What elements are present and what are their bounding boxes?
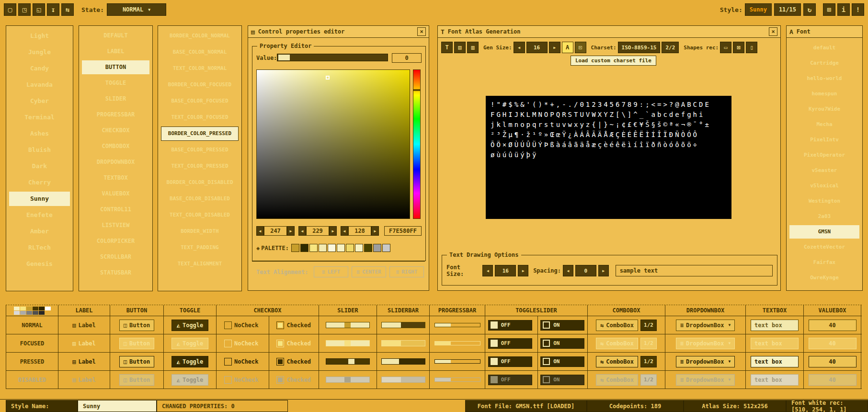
normal-combobox-counter[interactable]: 1/2 xyxy=(640,320,657,331)
control-item-combobox[interactable]: COMBOBOX xyxy=(82,139,149,153)
focused-toggle[interactable]: ◭Toggle xyxy=(171,338,209,349)
font-item-pixeloperator[interactable]: PixelOperator xyxy=(789,149,859,162)
disabled-checkbox-unchecked[interactable]: NoCheck xyxy=(217,371,266,389)
property-item-border_color_disabled[interactable]: BORDER_COLOR_DISABLED xyxy=(161,175,239,190)
file-open-button[interactable]: ◳ xyxy=(18,3,31,16)
disabled-button[interactable]: ◫Button xyxy=(119,374,155,386)
pressed-button[interactable]: ◫Button xyxy=(119,356,155,367)
shapes-cross-button[interactable]: ⊠ xyxy=(733,42,744,53)
control-item-toggle[interactable]: TOGGLE xyxy=(82,76,149,90)
property-item-text_color_disabled[interactable]: TEXT_COLOR_DISABLED xyxy=(161,208,239,222)
close-icon[interactable]: × xyxy=(769,27,777,36)
font-item-homespun[interactable]: homespun xyxy=(789,87,859,101)
property-item-text_color_focused[interactable]: TEXT_COLOR_FOCUSED xyxy=(161,110,239,125)
style-item-cyber[interactable]: Cyber xyxy=(9,94,70,108)
disabled-textbox[interactable]: text box xyxy=(751,374,799,386)
align-center-button[interactable]: ≡CENTER xyxy=(352,266,386,277)
font-file-button[interactable]: ▤ xyxy=(454,42,466,53)
pressed-toggleslider-on[interactable]: ON xyxy=(540,356,584,367)
blue-increment-button[interactable]: ▶ xyxy=(371,226,379,236)
style-item-dark[interactable]: Dark xyxy=(9,159,70,173)
focused-valuebox[interactable]: 40 xyxy=(809,338,857,349)
font-item-westington[interactable]: Westington xyxy=(789,195,859,208)
style-export-button[interactable]: ↧ xyxy=(47,3,59,16)
shapes-white-button[interactable]: ▯ xyxy=(746,42,757,53)
control-item-control11[interactable]: CONTROL11 xyxy=(82,203,149,217)
gen-size-value[interactable]: 16 xyxy=(526,42,548,53)
spacing-decrement-button[interactable]: ◀ xyxy=(563,265,573,276)
palette-swatch-1[interactable] xyxy=(300,244,308,252)
font-size-increment-button[interactable]: ▶ xyxy=(518,265,528,276)
style-item-sunny[interactable]: Sunny xyxy=(9,192,70,206)
font-item-owrekynge[interactable]: OwreKynge xyxy=(789,271,859,285)
pressed-toggleslider-off[interactable]: OFF xyxy=(488,356,532,367)
focused-checkbox-unchecked[interactable]: NoCheck xyxy=(217,334,266,352)
disabled-sliderbar[interactable] xyxy=(381,377,425,383)
normal-dropdownbox[interactable]: ≡DropdownBox▼ xyxy=(676,320,735,331)
value-slider-handle[interactable] xyxy=(278,55,290,60)
palette-swatch-6[interactable] xyxy=(346,244,354,252)
normal-toggleslider-on[interactable]: ON xyxy=(540,320,584,331)
color-picker-cursor[interactable] xyxy=(326,76,330,80)
style-item-light[interactable]: Light xyxy=(9,29,70,43)
disabled-toggleslider-on[interactable]: ON xyxy=(540,375,584,385)
font-item-v5loxical[interactable]: v5loxical xyxy=(789,179,859,193)
property-item-border_color_normal[interactable]: BORDER_COLOR_NORMAL xyxy=(161,29,239,43)
control-item-scrollbar[interactable]: SCROLLBAR xyxy=(82,250,149,264)
control-item-button[interactable]: BUTTON xyxy=(82,60,149,74)
disabled-combobox[interactable]: ⇆ComboBox xyxy=(596,374,638,386)
palette-swatch-0[interactable] xyxy=(291,244,299,252)
style-item-cherry[interactable]: Cherry xyxy=(9,175,70,190)
normal-slider[interactable] xyxy=(326,322,370,328)
normal-toggle[interactable]: ◭Toggle xyxy=(171,320,209,331)
control-item-dropdownbox[interactable]: DROPDOWNBOX xyxy=(82,155,149,169)
normal-sliderbar[interactable] xyxy=(381,322,425,328)
control-item-default[interactable]: DEFAULT xyxy=(82,29,149,43)
normal-checkbox-unchecked[interactable]: NoCheck xyxy=(217,316,266,334)
style-item-ashes[interactable]: Ashes xyxy=(9,126,70,141)
pressed-checkbox-checked[interactable]: Checked xyxy=(269,353,319,370)
align-left-button[interactable]: ≡LEFT xyxy=(314,266,348,277)
hex-color-value[interactable]: F7E580FF xyxy=(384,226,422,236)
control-item-checkbox[interactable]: CHECKBOX xyxy=(82,124,149,137)
about-button[interactable]: ! xyxy=(852,3,864,16)
spacing-increment-button[interactable]: ▶ xyxy=(598,265,609,276)
focused-button[interactable]: ◫Button xyxy=(119,338,155,349)
blue-value[interactable]: 128 xyxy=(348,226,371,236)
disabled-dropdownbox[interactable]: ≡DropdownBox▼ xyxy=(676,374,735,386)
control-item-colorpicker[interactable]: COLORPICKER xyxy=(82,234,149,248)
font-atlas-titlebar[interactable]: T Font Atlas Generation × xyxy=(438,26,780,38)
sample-text-input[interactable] xyxy=(616,265,773,276)
font-item-fairfax[interactable]: Fairfax xyxy=(789,256,859,269)
font-item-gmsn[interactable]: GMSN xyxy=(789,225,859,239)
value-slider[interactable] xyxy=(277,54,388,61)
normal-toggleslider-off[interactable]: OFF xyxy=(488,320,532,331)
hue-bar-cursor[interactable] xyxy=(413,89,420,91)
font-size-decrement-button[interactable]: ◀ xyxy=(482,265,493,276)
green-decrement-button[interactable]: ◀ xyxy=(298,226,306,236)
control-item-statusbar[interactable]: STATUSBAR xyxy=(82,266,149,280)
disabled-checkbox-checked[interactable]: Checked xyxy=(269,371,319,389)
normal-combobox[interactable]: ⇆ComboBox xyxy=(596,320,638,331)
red-increment-button[interactable]: ▶ xyxy=(287,226,295,236)
pressed-combobox-counter[interactable]: 1/2 xyxy=(640,356,657,367)
normal-textbox[interactable]: text box xyxy=(751,320,799,331)
load-charset-button[interactable]: A xyxy=(562,42,573,53)
focused-textbox[interactable]: text box xyxy=(751,338,799,349)
color-picker-area[interactable] xyxy=(256,69,410,219)
control-item-label[interactable]: LABEL xyxy=(82,45,149,58)
spacing-value[interactable]: 0 xyxy=(575,265,596,276)
property-item-border_color_pressed[interactable]: BORDER_COLOR_PRESSED xyxy=(161,126,239,141)
info-button[interactable]: i xyxy=(837,3,850,16)
charset-value[interactable]: ISO-8859-15 xyxy=(618,42,661,53)
font-size-value[interactable]: 16 xyxy=(495,265,516,276)
pressed-slider[interactable] xyxy=(326,358,370,365)
red-decrement-button[interactable]: ◀ xyxy=(256,226,264,236)
control-item-textbox[interactable]: TEXTBOX xyxy=(82,171,149,185)
disabled-valuebox[interactable]: 40 xyxy=(809,374,857,386)
property-item-base_color_pressed[interactable]: BASE_COLOR_PRESSED xyxy=(161,143,239,157)
font-export-button[interactable]: ▥ xyxy=(467,42,479,53)
style-item-rltech[interactable]: RLTech xyxy=(9,240,70,255)
file-save-button[interactable]: ◱ xyxy=(33,3,45,16)
property-item-text_color_normal[interactable]: TEXT_COLOR_NORMAL xyxy=(161,61,239,76)
